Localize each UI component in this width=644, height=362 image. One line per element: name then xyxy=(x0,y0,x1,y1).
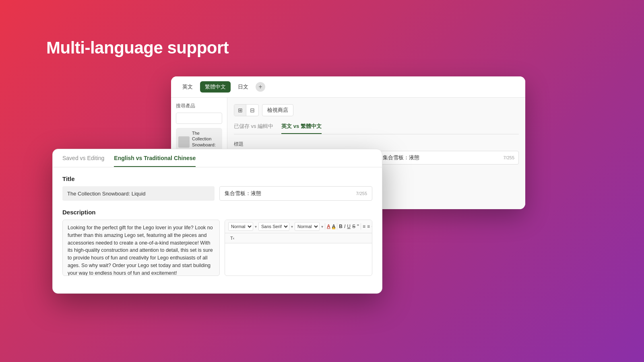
italic-button[interactable]: I xyxy=(344,222,345,230)
back-title-label: 標題 xyxy=(234,141,519,148)
lang-tab-english[interactable]: 英文 xyxy=(178,81,198,93)
toolbar-separator-2 xyxy=(337,223,337,230)
lang-tab-traditional-chinese[interactable]: 繁體中文 xyxy=(200,81,231,93)
chevron-down-icon-2: ▾ xyxy=(291,224,293,229)
indent-button[interactable]: ⇥ xyxy=(372,222,372,230)
font-size-select[interactable]: Normal xyxy=(295,222,320,231)
strikethrough-button[interactable]: S xyxy=(352,222,355,230)
desc-toolbar: Normal ▾ Sans Serif ▾ Normal ▾ A A xyxy=(225,220,372,233)
front-card-body: Title 集合雪板：液態 7/255 Description Looking … xyxy=(53,167,382,284)
front-card-tabs: Saved vs Editing English vs Traditional … xyxy=(53,149,382,167)
back-title-zh-char-count: 7/255 xyxy=(503,155,514,160)
add-language-button[interactable]: + xyxy=(256,82,265,92)
font-color-button[interactable]: A xyxy=(327,222,330,230)
front-title-row: 集合雪板：液態 7/255 xyxy=(62,186,372,201)
back-card-toolbar: ⊞ ⊟ 檢視商店 xyxy=(234,104,519,116)
unordered-list-button[interactable]: ≡ xyxy=(367,222,370,230)
front-desc-row: Looking for the perfect gift for the Leg… xyxy=(62,220,372,276)
chevron-down-icon: ▾ xyxy=(255,224,257,229)
back-card-tabs: 已儲存 vs 編輯中 英文 vs 繁體中文 xyxy=(234,123,519,134)
page-title: Multi-language support xyxy=(46,38,229,58)
front-desc-section-label: Description xyxy=(62,209,372,216)
front-title-section-label: Title xyxy=(62,175,372,182)
toolbar-separator-1 xyxy=(325,223,325,230)
back-title-zh-value: 集合雪板：液態 xyxy=(383,154,419,161)
toolbar-separator-3 xyxy=(361,223,361,230)
underline-button[interactable]: U xyxy=(347,222,351,230)
desc-zh-content-area[interactable] xyxy=(225,243,372,276)
view-toggle-group: ⊞ ⊟ xyxy=(234,104,259,116)
front-title-zh-value: 集合雪板：液態 xyxy=(225,190,261,197)
back-title-zh-field[interactable]: 集合雪板：液態 7/255 xyxy=(378,151,519,165)
product-search-input[interactable] xyxy=(176,113,222,124)
highlight-button[interactable]: A xyxy=(332,222,336,230)
front-tab-en-zh[interactable]: English vs Traditional Chinese xyxy=(114,155,196,167)
front-title-zh-field[interactable]: 集合雪板：液態 7/255 xyxy=(219,186,372,201)
front-title-zh-char-count: 7/255 xyxy=(356,191,367,196)
list-view-icon[interactable]: ⊟ xyxy=(246,105,258,116)
lang-tab-japanese[interactable]: 日文 xyxy=(233,81,253,93)
view-store-button[interactable]: 檢視商店 xyxy=(262,104,293,116)
back-tab-saved-editing[interactable]: 已儲存 vs 編輯中 xyxy=(234,123,273,134)
lang-tab-bar: 英文 繁體中文 日文 + xyxy=(171,76,525,98)
chevron-down-icon-3: ▾ xyxy=(321,224,323,229)
font-family-select[interactable]: Sans Serif xyxy=(258,222,289,231)
front-desc-zh-panel: Normal ▾ Sans Serif ▾ Normal ▾ A A xyxy=(225,220,372,276)
sidebar-search-label: 搜尋產品 xyxy=(176,103,222,109)
ordered-list-button[interactable]: ≡ xyxy=(363,222,365,230)
font-style-select[interactable]: Normal xyxy=(228,222,253,231)
front-card: Saved vs Editing English vs Traditional … xyxy=(52,149,382,294)
back-tab-en-zh[interactable]: 英文 vs 繁體中文 xyxy=(281,123,322,134)
quote-button[interactable]: " xyxy=(357,222,359,230)
front-title-en-input[interactable] xyxy=(62,186,215,201)
product-thumbnail xyxy=(178,136,190,148)
front-desc-en-content: Looking for the perfect gift for the Leg… xyxy=(62,220,220,276)
grid-view-icon[interactable]: ⊞ xyxy=(234,105,246,116)
front-tab-saved-editing[interactable]: Saved vs Editing xyxy=(62,155,104,167)
clear-format-button[interactable]: Tx xyxy=(228,234,236,242)
bold-button[interactable]: B xyxy=(339,222,343,230)
